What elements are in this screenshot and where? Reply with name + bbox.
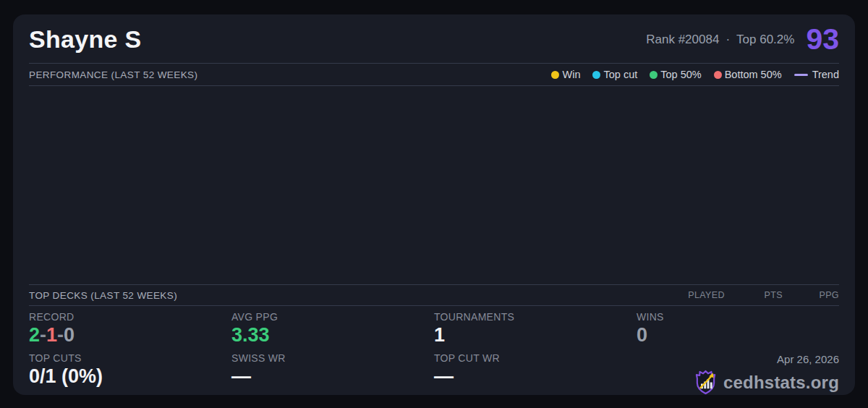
stat-tournaments: TOURNAMENTS 1 [434,311,637,352]
stat-avg-ppg: AVG PPG 3.33 [231,311,434,352]
stat-value-avg-ppg: 3.33 [231,325,434,347]
stat-value-tournaments: 1 [434,325,637,347]
legend-label: Top cut [603,69,637,80]
record-separator: - [40,324,46,346]
card-date: Apr 26, 2026 [777,353,839,365]
win-dot-icon [551,71,559,79]
legend-item-win: Win [551,69,580,80]
stat-value-top-cuts: 0/1 (0%) [29,366,231,388]
stat-wins: WINS 0 [637,311,839,352]
column-header-ppg: PPG [783,290,839,300]
cedhstats-logo-icon [694,370,718,395]
stat-value-swiss-wr: — [231,366,434,388]
stat-swiss-wr: SWISS WR — [231,352,434,395]
stat-value-top-cut-wr: — [434,366,637,388]
rank-line: Rank #20084 · Top 60.2% [646,33,794,47]
record-wins: 2 [29,324,40,346]
stat-label: RECORD [29,311,231,323]
top-cut-dot-icon [592,71,600,79]
percentile-text: Top 60.2% [736,33,794,47]
stat-label: AVG PPG [231,311,434,323]
stat-top-cuts: TOP CUTS 0/1 (0%) [29,352,231,395]
top-decks-header-row: TOP DECKS (LAST 52 WEEKS) PLAYED PTS PPG [29,285,839,306]
player-stats-card: Shayne S Rank #20084 · Top 60.2% 93 PERF… [13,14,855,395]
header-right: Rank #20084 · Top 60.2% 93 [646,25,839,54]
column-header-pts: PTS [725,290,783,300]
performance-header-row: PERFORMANCE (LAST 52 WEEKS) Win Top cut … [29,64,839,86]
performance-section-title: PERFORMANCE (LAST 52 WEEKS) [29,69,197,80]
stat-value-record: 2-1-0 [29,325,231,347]
legend-item-top-50: Top 50% [650,69,701,80]
stat-record: RECORD 2-1-0 [29,311,231,352]
card-header: Shayne S Rank #20084 · Top 60.2% 93 [29,14,839,64]
brand-wordmark: cedhstats.org [723,373,839,393]
rank-text: Rank #20084 [646,33,719,47]
stat-label: TOURNAMENTS [434,311,637,323]
trend-line-icon [794,74,808,76]
chart-legend: Win Top cut Top 50% Bottom 50% Trend [551,69,839,80]
record-losses: 1 [46,324,57,346]
performance-chart [29,86,839,285]
bottom-50-dot-icon [714,71,722,79]
stat-label: SWISS WR [231,352,434,364]
column-header-played: PLAYED [638,290,725,300]
legend-label: Win [562,69,580,80]
legend-item-trend: Trend [794,69,839,80]
player-name: Shayne S [29,25,141,54]
top-50-dot-icon [650,71,658,79]
legend-label: Bottom 50% [725,69,782,80]
stat-value-wins: 0 [637,325,839,347]
legend-label: Trend [812,69,839,80]
stat-label: TOP CUTS [29,352,231,364]
player-score: 93 [806,25,839,54]
legend-item-bottom-50: Bottom 50% [714,69,782,80]
legend-label: Top 50% [660,69,701,80]
stat-top-cut-wr: TOP CUT WR — [434,352,637,395]
top-decks-section-title: TOP DECKS (LAST 52 WEEKS) [29,290,177,301]
stat-label: WINS [637,311,839,323]
record-draws: 0 [64,324,75,346]
record-separator: - [57,324,64,346]
footer: Apr 26, 2026 cedhstats.org [637,352,839,395]
top-decks-column-headers: PLAYED PTS PPG [638,290,839,300]
stat-label: TOP CUT WR [434,352,637,364]
stats-grid: RECORD 2-1-0 AVG PPG 3.33 TOURNAMENTS 1 … [29,306,839,395]
brand: cedhstats.org [694,370,839,395]
rank-separator: · [726,33,730,47]
legend-item-top-cut: Top cut [592,69,637,80]
